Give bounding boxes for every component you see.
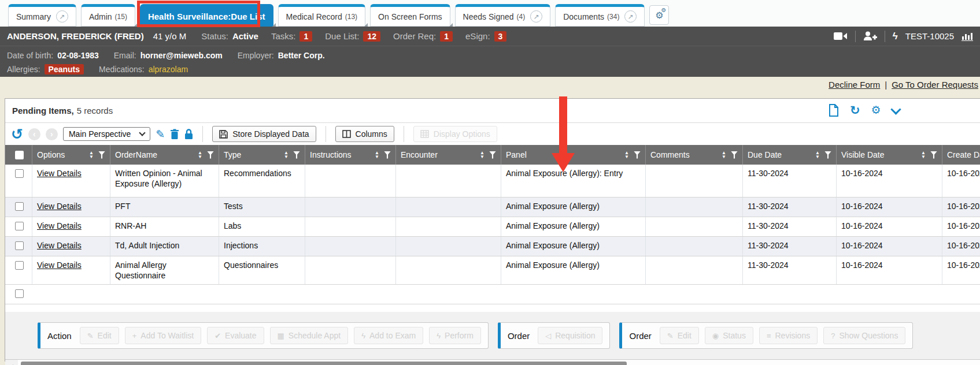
perspective-select[interactable]: Main Perspective bbox=[63, 127, 150, 141]
tab-health-surveillance-due-list[interactable]: Health Surveillance:Due List bbox=[140, 4, 273, 27]
dob-value: 02-08-1983 bbox=[57, 51, 99, 60]
store-displayed-data-button[interactable]: Store Displayed Data bbox=[212, 126, 316, 142]
prev-perspective-icon[interactable]: ‹ bbox=[28, 128, 40, 140]
table-row: View Details PFT Tests Animal Exposure (… bbox=[5, 198, 980, 217]
sort-icon[interactable]: ▲▼ bbox=[375, 151, 379, 159]
bar-chart-icon[interactable] bbox=[961, 32, 973, 41]
requisition-button[interactable]: ◁ Requisition bbox=[538, 327, 602, 344]
popout-icon[interactable]: ↗ bbox=[624, 10, 637, 23]
columns-button[interactable]: Columns bbox=[335, 126, 394, 142]
delete-perspective-trash-icon[interactable] bbox=[170, 129, 179, 140]
sort-icon[interactable]: ▲▼ bbox=[198, 151, 202, 159]
order-req-count-badge[interactable]: 1 bbox=[440, 31, 453, 42]
row-checkbox[interactable] bbox=[15, 202, 24, 211]
popout-icon[interactable]: ↗ bbox=[530, 10, 542, 23]
scrollbar-thumb[interactable] bbox=[21, 362, 627, 365]
medication-value[interactable]: alprazolam bbox=[149, 65, 188, 74]
column-header-due-date[interactable]: Due Date bbox=[748, 150, 782, 159]
column-header-create-date[interactable]: Create Date bbox=[947, 150, 980, 159]
video-camera-icon[interactable] bbox=[834, 32, 848, 40]
filter-funnel-icon[interactable] bbox=[207, 151, 214, 159]
go-to-order-requests-link[interactable]: Go To Order Requests bbox=[892, 80, 978, 90]
next-perspective-icon[interactable]: › bbox=[46, 128, 58, 140]
view-details-link[interactable]: View Details bbox=[37, 202, 82, 211]
column-header-encounter[interactable]: Encounter bbox=[401, 150, 438, 159]
sort-icon[interactable]: ▲▼ bbox=[284, 151, 289, 159]
row-checkbox[interactable] bbox=[15, 222, 24, 230]
view-details-link[interactable]: View Details bbox=[37, 169, 82, 178]
add-person-icon[interactable] bbox=[863, 31, 877, 41]
edit-button[interactable]: ✎ Edit bbox=[80, 327, 119, 344]
cell-comments bbox=[646, 237, 743, 256]
revisions-button[interactable]: ≡ Revisions bbox=[759, 327, 818, 344]
filter-funnel-icon[interactable] bbox=[384, 151, 391, 159]
tab-admin[interactable]: Admin (15) bbox=[81, 4, 135, 27]
sort-icon[interactable]: ▲▼ bbox=[624, 151, 629, 159]
status-button[interactable]: ◉ Status bbox=[705, 327, 753, 344]
filter-funnel-icon[interactable] bbox=[930, 151, 937, 159]
view-details-link[interactable]: View Details bbox=[37, 221, 82, 230]
new-document-icon[interactable] bbox=[829, 104, 839, 117]
cell-type: Tests bbox=[219, 198, 305, 217]
save-floppy-icon bbox=[219, 130, 228, 139]
tasks-count-badge[interactable]: 1 bbox=[299, 31, 312, 42]
view-details-link[interactable]: View Details bbox=[37, 260, 82, 270]
filter-funnel-icon[interactable] bbox=[731, 151, 738, 159]
column-header-instructions[interactable]: Instructions bbox=[310, 150, 352, 159]
show-questions-button[interactable]: ? Show Questions bbox=[823, 327, 905, 344]
tab-settings-gears-button[interactable]: ⚙ ⚙ bbox=[649, 5, 669, 25]
row-checkbox[interactable] bbox=[15, 241, 24, 250]
display-options-button[interactable]: Display Options bbox=[413, 126, 497, 142]
cell-encounter bbox=[396, 256, 501, 284]
select-all-checkbox[interactable] bbox=[15, 151, 24, 159]
allergy-badge[interactable]: Peanuts bbox=[45, 64, 84, 75]
column-header-panel[interactable]: Panel bbox=[506, 150, 527, 159]
esign-count-badge[interactable]: 3 bbox=[494, 31, 507, 42]
tab-needs-signed[interactable]: Needs Signed (4) ↗ bbox=[455, 4, 551, 27]
due-list-count-badge[interactable]: 12 bbox=[363, 31, 380, 42]
cell-due-date: 11-30-2024 bbox=[743, 198, 837, 217]
filter-funnel-icon[interactable] bbox=[98, 151, 105, 159]
order-edit-button[interactable]: ✎ Edit bbox=[660, 327, 699, 344]
scroll-left-arrow-icon[interactable]: ◂ bbox=[5, 360, 18, 365]
column-header-options[interactable]: Options bbox=[37, 150, 65, 159]
column-header-type[interactable]: Type bbox=[224, 150, 241, 159]
tab-documents[interactable]: Documents (34) ↗ bbox=[555, 4, 645, 27]
row-checkbox[interactable] bbox=[15, 261, 24, 270]
perform-button[interactable]: ϟ Perform bbox=[429, 327, 481, 344]
sort-icon[interactable]: ▲▼ bbox=[921, 151, 926, 159]
sort-icon[interactable]: ▲▼ bbox=[815, 151, 820, 159]
add-to-waitlist-button[interactable]: + Add To Waitlist bbox=[125, 327, 201, 344]
column-header-visible-date[interactable]: Visible Date bbox=[841, 150, 884, 159]
schedule-appt-button[interactable]: ▦ Schedule Appt bbox=[270, 327, 349, 344]
sort-icon[interactable]: ▲▼ bbox=[480, 151, 485, 159]
filter-funnel-icon[interactable] bbox=[489, 151, 496, 159]
undo-icon[interactable]: ↺ bbox=[11, 127, 23, 141]
lock-perspective-icon[interactable] bbox=[184, 129, 193, 140]
column-header-comments[interactable]: Comments bbox=[650, 150, 690, 159]
tab-medical-record[interactable]: Medical Record (13) bbox=[278, 4, 366, 27]
tab-label: Needs Signed bbox=[463, 12, 514, 21]
refresh-icon[interactable]: ↻ bbox=[850, 105, 860, 116]
panel-toolbar: ↺ ‹ › Main Perspective ✎ bbox=[5, 123, 980, 145]
view-details-link[interactable]: View Details bbox=[37, 241, 82, 250]
sort-icon[interactable]: ▲▼ bbox=[722, 151, 726, 159]
edit-perspective-pencil-icon[interactable]: ✎ bbox=[156, 128, 165, 141]
tab-summary[interactable]: Summary ↗ bbox=[8, 4, 76, 27]
filter-funnel-icon[interactable] bbox=[293, 151, 300, 159]
add-to-exam-button[interactable]: ϟ Add to Exam bbox=[354, 327, 423, 344]
lightning-icon[interactable]: ϟ bbox=[893, 31, 898, 42]
collapse-chevron-down-icon[interactable] bbox=[890, 104, 901, 114]
evaluate-button[interactable]: ✔ Evaluate bbox=[207, 327, 264, 344]
tab-on-screen-forms[interactable]: On Screen Forms bbox=[370, 4, 450, 27]
popout-icon[interactable]: ↗ bbox=[56, 10, 68, 23]
cell-order-name: RNR-AH bbox=[110, 217, 219, 236]
row-checkbox[interactable] bbox=[15, 169, 24, 178]
filter-funnel-icon[interactable] bbox=[634, 151, 641, 159]
filter-funnel-icon[interactable] bbox=[824, 151, 831, 159]
panel-settings-gear-icon[interactable]: ⚙ bbox=[871, 105, 881, 116]
sort-icon[interactable]: ▲▼ bbox=[89, 151, 94, 159]
column-header-ordername[interactable]: OrderName bbox=[115, 150, 157, 159]
row-checkbox[interactable] bbox=[15, 289, 24, 298]
decline-form-link[interactable]: Decline Form bbox=[829, 80, 880, 90]
